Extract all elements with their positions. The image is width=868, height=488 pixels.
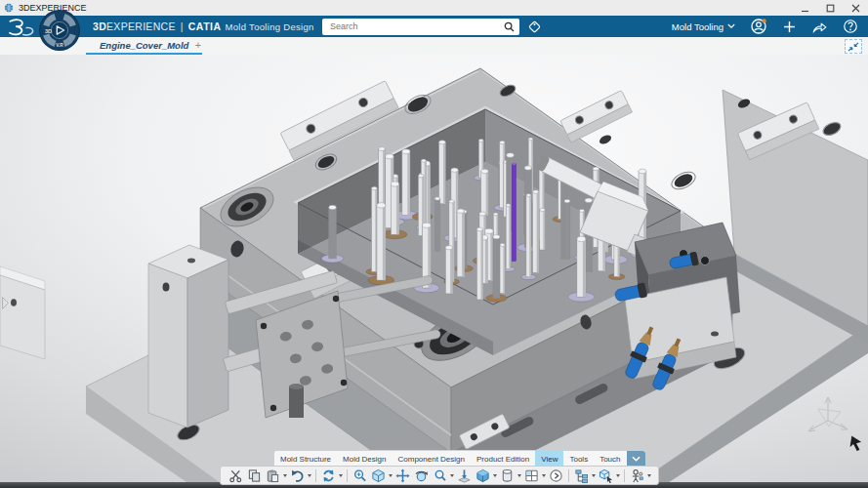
multi-view-button[interactable]: [522, 467, 541, 484]
search-input[interactable]: [322, 21, 504, 31]
chevron-down-icon: [632, 456, 641, 463]
profile-button[interactable]: [750, 18, 767, 35]
minimize-icon: [801, 4, 809, 13]
brand-3d: 3D: [93, 20, 106, 32]
zoom-in-icon: [352, 468, 367, 483]
action-tab-mold-design[interactable]: Mold Design: [337, 451, 392, 467]
action-tab-view[interactable]: View: [535, 451, 563, 467]
iso-view-icon: [371, 468, 386, 483]
close-icon: [851, 4, 860, 13]
update-icon: [321, 468, 336, 483]
undo-icon: [290, 468, 305, 483]
pan-button[interactable]: [393, 467, 412, 484]
toolbar-separator: [568, 469, 569, 482]
brand-title: 3DEXPERIENCE|CATIAMold Tooling Design: [93, 16, 314, 37]
compass-west-label: 3D: [45, 28, 52, 34]
select-box-icon: [599, 468, 613, 483]
zoom-button[interactable]: [431, 467, 449, 484]
application-window: 3DEXPERIENCE 3DEXPERIENCE|CATIAMold Tool…: [0, 0, 868, 488]
cut-icon: [228, 468, 243, 483]
experience-compass[interactable]: 3D V.R: [38, 9, 81, 52]
paste-button[interactable]: [264, 467, 282, 484]
rotate-button[interactable]: [412, 467, 431, 484]
action-tab-component-design[interactable]: Component Design: [393, 451, 471, 467]
support-pillar: [148, 245, 228, 427]
help-button[interactable]: [843, 19, 858, 34]
render-style-button[interactable]: [498, 467, 517, 484]
app-globe-icon: [4, 3, 14, 13]
action-tab-touch[interactable]: Touch: [594, 451, 626, 467]
avatar-icon: [630, 468, 644, 483]
minimize-button[interactable]: [792, 0, 817, 16]
window-controls: [792, 0, 868, 16]
avatar-button[interactable]: [628, 467, 646, 484]
tag-button[interactable]: [525, 18, 543, 35]
select-box-button[interactable]: [597, 467, 615, 484]
shaded-view-button[interactable]: [474, 467, 492, 484]
shaded-view-icon: [475, 468, 490, 483]
update-button[interactable]: [319, 467, 338, 484]
action-tab-mold-structure[interactable]: Mold Structure: [274, 451, 337, 467]
design-tree-button[interactable]: [572, 467, 591, 484]
normal-view-icon: [457, 468, 472, 483]
copy-icon: [247, 468, 262, 483]
render-style-icon: [500, 468, 515, 483]
select-box-dropdown-arrow[interactable]: [615, 467, 621, 484]
search-icon[interactable]: [504, 21, 515, 32]
panel-expander-button[interactable]: [0, 295, 11, 315]
brand-divider: |: [181, 20, 184, 32]
action-bar-sections: Mold Structure Mold Design Component Des…: [273, 450, 646, 467]
update-dropdown-arrow[interactable]: [338, 467, 344, 484]
normal-view-button[interactable]: [455, 467, 474, 484]
window-titlebar: 3DEXPERIENCE: [0, 0, 868, 16]
chevron-down-icon: [727, 23, 735, 29]
design-tree-icon: [574, 468, 589, 483]
action-bar-tools: [220, 466, 659, 485]
zoom-icon: [433, 468, 447, 483]
app-role-menu[interactable]: Mold Tooling: [672, 21, 735, 32]
zoom-in-button[interactable]: [351, 467, 369, 484]
new-tab-button[interactable]: +: [191, 38, 205, 52]
iso-view-button[interactable]: [369, 467, 388, 484]
toolbar-separator: [315, 469, 316, 482]
share-button[interactable]: [811, 20, 828, 34]
more-views-icon: [549, 468, 563, 483]
profile-icon: [750, 18, 767, 35]
viewport-3d[interactable]: [0, 55, 868, 482]
undo-dropdown-arrow[interactable]: [307, 467, 312, 484]
share-icon: [811, 20, 828, 34]
3ds-logo: [6, 17, 35, 38]
compass-south-label: V.R: [56, 43, 63, 48]
close-button[interactable]: [843, 0, 868, 16]
notification-dot: [762, 19, 765, 22]
action-bar-collapse-button[interactable]: [627, 451, 645, 467]
add-content-button[interactable]: [782, 20, 797, 34]
new-tab-icon: +: [195, 39, 201, 51]
search-box: [322, 19, 519, 35]
tab-engine-cover-mold[interactable]: Engine_Cover_Mold: [86, 37, 202, 55]
maximize-button[interactable]: [817, 0, 843, 16]
more-views-button[interactable]: [547, 467, 565, 484]
header-right-cluster: Mold Tooling: [672, 16, 858, 37]
brand-experience: EXPERIENCE: [106, 20, 176, 32]
avatar-dropdown-arrow[interactable]: [646, 467, 652, 484]
cut-button[interactable]: [227, 467, 245, 484]
undo-button[interactable]: [288, 467, 307, 484]
top-bar: 3DEXPERIENCE|CATIAMold Tooling Design Mo…: [0, 16, 868, 37]
multi-view-icon: [524, 468, 539, 483]
pan-icon: [395, 468, 410, 483]
copy-button[interactable]: [245, 467, 264, 484]
action-tab-product-edition[interactable]: Product Edition: [471, 451, 535, 467]
help-icon: [843, 19, 858, 34]
maximize-icon: [826, 4, 835, 13]
add-icon: [782, 20, 797, 34]
toolbar-separator: [347, 469, 348, 482]
rotate-icon: [414, 468, 429, 483]
panel-expander-icon: [0, 295, 11, 311]
document-tab-bar: Engine_Cover_Mold +: [0, 37, 868, 56]
collapse-window-icon: [847, 42, 859, 52]
collapse-window-button[interactable]: [845, 39, 862, 54]
mold-assembly-scene: [0, 55, 868, 482]
tag-icon: [526, 19, 543, 35]
action-tab-tools[interactable]: Tools: [563, 451, 594, 467]
